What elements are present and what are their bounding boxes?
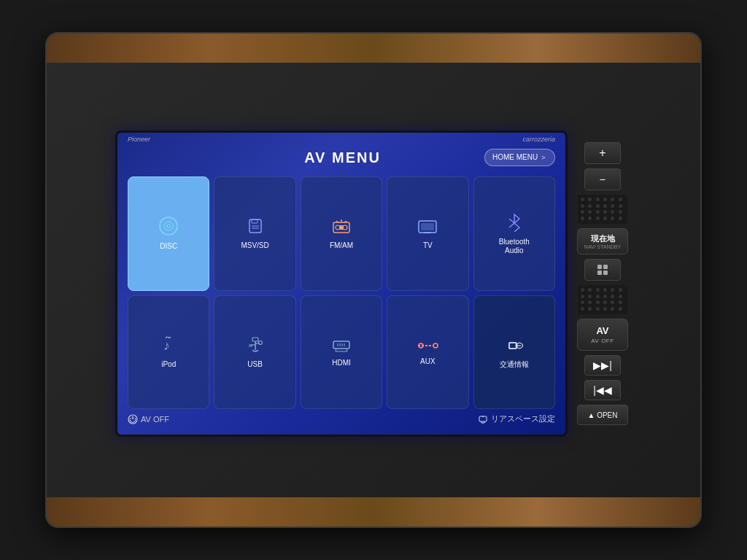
screen-header: AV MENU HOME MENU ＞ <box>128 143 555 166</box>
main-content: Pioneer carrozzeria AV MENU HOME MENU ＞ <box>115 131 632 437</box>
screen-footer: AV OFF リアスペース設定 <box>128 409 555 424</box>
usb-icon <box>245 335 266 357</box>
nav-main-label: 現在地 <box>591 233 615 244</box>
tv-icon <box>417 217 438 238</box>
next-track-icon: ▶▶| <box>593 359 612 371</box>
nav-button[interactable]: 現在地 NAVI STANDBY <box>577 228 628 254</box>
svg-rect-43 <box>597 265 602 269</box>
svg-text:♪: ♪ <box>163 338 170 353</box>
av-menu-title: AV MENU <box>201 149 484 166</box>
screen-container: Pioneer carrozzeria AV MENU HOME MENU ＞ <box>115 131 568 437</box>
av-off-button[interactable]: AV OFF <box>128 414 169 424</box>
rear-settings-button[interactable]: リアスペース設定 <box>478 413 555 424</box>
av-off-label: AV OFF <box>141 415 169 424</box>
tv-label: TV <box>423 241 433 250</box>
svg-line-18 <box>509 219 514 223</box>
menu-item-aux[interactable]: AUX <box>387 295 468 410</box>
traffic-label: 交通情報 <box>500 360 529 369</box>
av-main-label: AV <box>596 325 608 336</box>
side-controls: + － 現在地 NAVI STANDBY <box>573 131 632 437</box>
svg-point-3 <box>168 225 169 227</box>
volume-down-button[interactable]: － <box>584 168 621 190</box>
bluetooth-label: BluetoothAudio <box>499 238 530 255</box>
svg-point-39 <box>515 344 518 347</box>
svg-rect-16 <box>421 223 434 230</box>
speaker-grille-2 <box>578 285 627 314</box>
usb-label: USB <box>247 360 263 369</box>
msvsd-icon <box>246 217 265 238</box>
svg-point-26 <box>258 341 262 344</box>
brand-carrozzeria: carrozzeria <box>522 136 555 143</box>
nav-sub-label: NAVI STANDBY <box>584 244 621 249</box>
disc-icon <box>158 216 179 239</box>
screen: AV MENU HOME MENU ＞ <box>117 133 565 435</box>
bluetooth-icon <box>506 211 522 235</box>
msvsd-label: MSV/SD <box>241 241 268 250</box>
next-track-button[interactable]: ▶▶| <box>584 355 621 376</box>
wood-trim-top <box>47 34 700 63</box>
eject-icon: ▲ OPEN <box>587 411 617 419</box>
menu-item-ipod[interactable]: ♪ iPod <box>128 295 209 410</box>
fmam-label: FM/AM <box>330 241 353 250</box>
disc-label: DISC <box>160 242 177 251</box>
speaker-grille <box>578 195 627 224</box>
menu-item-hdmi[interactable]: HDMI <box>301 295 382 410</box>
eject-button[interactable]: ▲ OPEN <box>577 405 628 425</box>
brand-pioneer: Pioneer <box>128 136 150 143</box>
traffic-icon <box>503 335 525 357</box>
rear-settings-label: リアスペース設定 <box>491 413 555 424</box>
ipod-label: iPod <box>161 360 176 369</box>
menu-item-traffic[interactable]: 交通情報 <box>473 295 555 410</box>
menu-item-bluetooth[interactable]: BluetoothAudio <box>473 176 555 291</box>
aux-label: AUX <box>420 357 436 366</box>
hdmi-icon <box>330 337 352 356</box>
menu-item-tv[interactable]: TV <box>387 176 468 291</box>
prev-track-icon: |◀◀ <box>593 384 612 396</box>
svg-rect-45 <box>597 271 602 275</box>
grid-button[interactable] <box>584 259 621 281</box>
svg-rect-14 <box>339 225 344 230</box>
svg-rect-25 <box>249 344 252 347</box>
volume-up-button[interactable]: + <box>584 142 621 164</box>
svg-rect-44 <box>603 265 608 269</box>
svg-rect-27 <box>333 341 349 349</box>
av-sub-label: AV OFF <box>591 338 614 344</box>
home-menu-button[interactable]: HOME MENU ＞ <box>484 149 555 166</box>
menu-item-msvsd[interactable]: MSV/SD <box>214 176 295 291</box>
svg-rect-21 <box>252 338 258 341</box>
menu-item-usb[interactable]: USB <box>214 295 295 410</box>
svg-rect-46 <box>603 271 608 275</box>
wood-trim-bottom <box>47 497 700 526</box>
menu-item-fmam[interactable]: FM/AM <box>301 176 382 291</box>
aux-icon <box>417 338 438 354</box>
fmam-icon <box>330 217 352 238</box>
menu-item-disc[interactable]: DISC <box>128 176 209 291</box>
prev-track-button[interactable]: |◀◀ <box>584 380 621 400</box>
car-unit: Pioneer carrozzeria AV MENU HOME MENU ＞ <box>45 32 702 528</box>
screen-brand: Pioneer carrozzeria <box>117 136 565 143</box>
svg-rect-42 <box>479 416 487 421</box>
ipod-icon: ♪ <box>160 335 177 357</box>
av-source-button[interactable]: AV AV OFF <box>577 319 628 351</box>
menu-grid: DISC MSV/SD <box>128 176 555 409</box>
svg-line-19 <box>509 223 514 228</box>
hdmi-label: HDMI <box>332 359 351 368</box>
